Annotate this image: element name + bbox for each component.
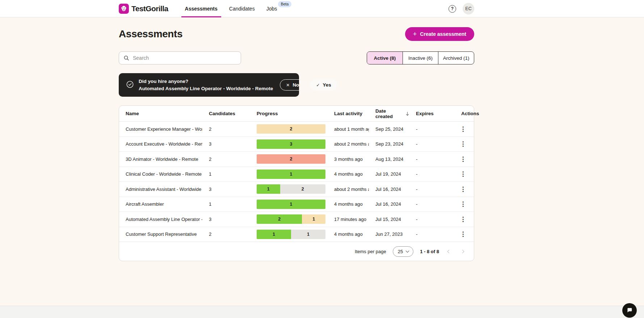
hire-yes-button[interactable]: ✓ Yes <box>310 79 337 91</box>
progress-segment: 1 <box>302 214 325 224</box>
column-header-name[interactable]: Name <box>119 111 202 116</box>
table-row[interactable]: Account Executive - Worldwide - Remote 3… <box>119 137 474 152</box>
user-avatar[interactable]: EC <box>463 3 474 14</box>
hire-no-button[interactable]: ✕ No <box>280 79 305 91</box>
row-actions-kebab-icon[interactable]: ⋮ <box>458 184 468 194</box>
candidates-count: 2 <box>202 126 250 132</box>
tab-active[interactable]: Active (8) <box>367 52 403 64</box>
progress-bar: 2 <box>257 124 325 134</box>
progress-bar: 12 <box>257 184 325 194</box>
previous-page-button[interactable] <box>446 248 453 255</box>
chat-bubble-icon <box>626 306 633 315</box>
banner-assessment-name: Automated Assembly Line Operator - World… <box>139 85 273 92</box>
status-filter-tabs: Active (8) Inactive (6) Archived (1) <box>367 51 474 64</box>
candidates-count: 1 <box>202 171 250 177</box>
footer-strip <box>0 306 644 318</box>
banner-question: Did you hire anyone? <box>139 78 273 85</box>
chat-widget-button[interactable] <box>622 303 637 318</box>
main-content: Assessments + Create assessment Active (… <box>119 17 474 261</box>
nav-item-candidates[interactable]: Candidates <box>223 0 261 17</box>
assessment-name[interactable]: Customer Experience Manager - Worldwide <box>119 126 202 132</box>
row-actions-kebab-icon[interactable]: ⋮ <box>458 124 468 134</box>
progress-bar: 21 <box>257 214 325 224</box>
candidates-count: 2 <box>202 156 250 162</box>
assessment-name[interactable]: Automated Assembly Line Operator - World… <box>119 217 202 222</box>
last-activity: about 1 month ago <box>328 126 369 132</box>
assessment-name[interactable]: Account Executive - Worldwide - Remote <box>119 141 202 147</box>
column-header-actions: Actions <box>455 111 475 116</box>
circle-check-icon <box>126 80 134 90</box>
primary-nav: Assessments Candidates Jobs Beta <box>179 0 292 17</box>
tab-archived[interactable]: Archived (1) <box>438 52 474 64</box>
progress-segment: 2 <box>280 184 325 194</box>
date-created: Jul 16, 2024 <box>369 187 409 192</box>
date-created: Sep 23, 2024 <box>369 141 409 147</box>
date-created: Sep 25, 2024 <box>369 126 409 132</box>
assessment-name[interactable]: Administrative Assistant - Worldwide - R… <box>119 187 202 192</box>
table-row[interactable]: Automated Assembly Line Operator - World… <box>119 212 474 227</box>
progress-segment: 1 <box>257 200 325 209</box>
last-activity: about 2 months ago <box>328 187 369 192</box>
progress-bar: 1 <box>257 200 325 209</box>
chevron-down-icon <box>406 249 409 252</box>
row-actions-kebab-icon[interactable]: ⋮ <box>458 229 468 240</box>
sort-descending-icon <box>405 111 409 116</box>
column-header-candidates[interactable]: Candidates <box>202 111 250 116</box>
last-activity: 4 months ago <box>328 171 369 177</box>
page-range: 1 - 8 of 8 <box>420 249 439 254</box>
nav-item-assessments[interactable]: Assessments <box>179 0 223 17</box>
assessment-name[interactable]: Clinical Coder - Worldwide - Remote <box>119 171 202 177</box>
table-row[interactable]: Customer Experience Manager - Worldwide … <box>119 122 474 137</box>
row-actions-kebab-icon[interactable]: ⋮ <box>458 199 468 210</box>
column-header-expires[interactable]: Expires <box>409 111 455 116</box>
hire-question-banner: Did you hire anyone? Automated Assembly … <box>119 73 299 97</box>
table-row[interactable]: Aircraft Assembler 1 1 4 months ago Jul … <box>119 197 474 212</box>
expires: - <box>409 156 455 162</box>
table-row[interactable]: 3D Animator - Worldwide - Remote 2 2 3 m… <box>119 152 474 167</box>
top-nav: TestGorilla Assessments Candidates Jobs … <box>0 0 644 17</box>
progress-bar: 2 <box>257 154 325 164</box>
row-actions-kebab-icon[interactable]: ⋮ <box>458 214 468 225</box>
last-activity: about 2 months ago <box>328 141 369 147</box>
expires: - <box>409 126 455 132</box>
brand-wordmark: TestGorilla <box>131 4 168 13</box>
help-button[interactable]: ? <box>449 5 456 13</box>
items-per-page-select[interactable]: 25 <box>393 246 413 257</box>
table-row[interactable]: Clinical Coder - Worldwide - Remote 1 1 … <box>119 167 474 182</box>
table-row[interactable]: Customer Support Representative 2 11 4 m… <box>119 227 474 242</box>
progress-bar: 3 <box>257 139 325 149</box>
column-header-date-created[interactable]: Date created <box>369 108 409 119</box>
progress-segment: 2 <box>257 214 302 224</box>
last-activity: 17 minutes ago <box>328 217 369 222</box>
assessment-name[interactable]: 3D Animator - Worldwide - Remote <box>119 156 202 162</box>
tab-inactive[interactable]: Inactive (6) <box>403 52 438 64</box>
progress-segment: 1 <box>291 230 325 239</box>
search-input[interactable] <box>119 51 241 64</box>
expires: - <box>409 187 455 192</box>
expires: - <box>409 231 455 237</box>
last-activity: 3 months ago <box>328 156 369 162</box>
assessment-name[interactable]: Customer Support Representative <box>119 231 202 237</box>
candidates-count: 2 <box>202 231 250 237</box>
expires: - <box>409 217 455 222</box>
create-assessment-button[interactable]: + Create assessment <box>405 27 474 41</box>
progress-segment: 1 <box>257 184 280 194</box>
testgorilla-logo[interactable]: TestGorilla <box>119 4 168 14</box>
date-created: Jul 19, 2024 <box>369 171 409 177</box>
row-actions-kebab-icon[interactable]: ⋮ <box>458 139 468 150</box>
expires: - <box>409 141 455 147</box>
nav-item-jobs[interactable]: Jobs Beta <box>261 0 283 17</box>
progress-segment: 2 <box>257 154 325 164</box>
gorilla-logo-icon <box>119 4 129 14</box>
column-header-progress: Progress <box>250 111 328 116</box>
row-actions-kebab-icon[interactable]: ⋮ <box>458 154 468 164</box>
date-created: Jun 27, 2023 <box>369 231 409 237</box>
next-page-button[interactable] <box>459 248 466 255</box>
progress-segment: 1 <box>257 230 291 239</box>
progress-segment: 1 <box>257 170 325 179</box>
row-actions-kebab-icon[interactable]: ⋮ <box>458 169 468 180</box>
table-row[interactable]: Administrative Assistant - Worldwide - R… <box>119 182 474 197</box>
assessment-name[interactable]: Aircraft Assembler <box>119 201 202 207</box>
last-activity: 4 months ago <box>328 201 369 207</box>
column-header-last-activity[interactable]: Last activity <box>328 111 369 116</box>
